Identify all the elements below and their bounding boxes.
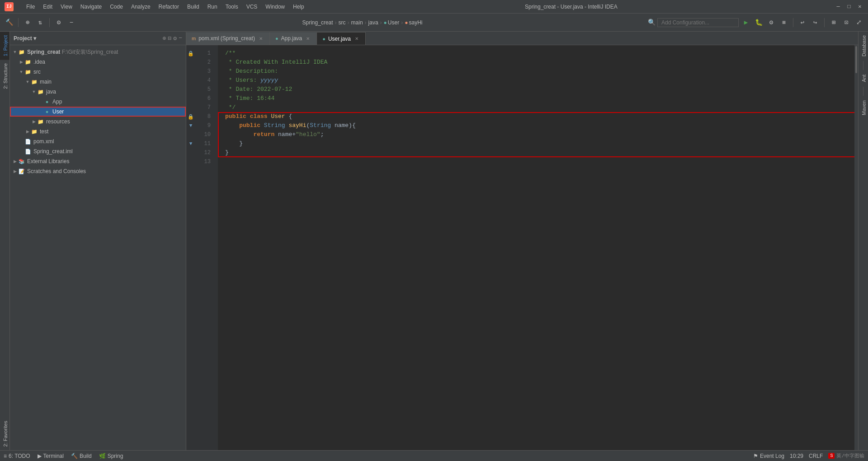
tree-idea[interactable]: ▶ 📁 .idea [10,57,186,67]
close-button[interactable]: ✕ [856,3,863,10]
tab-user-java[interactable]: ● User.java ✕ [317,32,366,45]
tree-pom[interactable]: ▶ 📄 pom.xml [10,136,186,146]
root-folder-icon: 📁 [18,48,25,56]
user-tab-close[interactable]: ✕ [354,36,360,42]
toolbar: 🔨 ⊕ ⇅ ⚙ − Spring_creat › src › main › ja… [0,14,868,32]
toolbar-new-icon[interactable]: ⊕ [22,17,33,28]
menu-code[interactable]: Code [106,3,127,11]
menu-analyze[interactable]: Analyze [127,3,154,11]
tab-maven[interactable]: Maven [859,97,868,119]
code-area-wrapper: 🔒 🔒 ▼ ▼ 1 2 3 4 5 6 [186,45,858,450]
toolbar-settings-icon[interactable]: ⚙ [53,17,64,28]
app-tab-close[interactable]: ✕ [305,35,311,42]
layout-button[interactable]: ⊞ [828,17,839,28]
fullscreen-button[interactable]: ⤢ [854,17,864,28]
menu-view[interactable]: View [57,3,76,11]
search-everywhere-icon[interactable]: 🔍 [648,19,656,26]
main-area: 1: Project 2: Structure 2: Favorites Pro… [0,32,868,450]
todo-icon: ≡ [4,453,7,459]
status-todo[interactable]: ≡ 6: TODO [4,453,30,459]
java-folder-icon: 📁 [37,88,44,95]
status-terminal[interactable]: ▶ Terminal [38,453,64,459]
panel-hide-icon[interactable]: − [179,35,182,42]
run-config-input[interactable] [657,18,739,27]
tab-favorites[interactable]: 2: Favorites [0,417,9,450]
gutter-11[interactable]: ▼ [186,139,195,148]
panel-collapse-icon[interactable]: ⊟ [168,35,172,42]
tree-test[interactable]: ▶ 📁 test [10,127,186,136]
tree-src[interactable]: ▼ 📁 src [10,67,186,77]
test-arrow: ▶ [24,128,31,135]
menu-file[interactable]: File [23,3,38,11]
tab-app-java[interactable]: ● App.java ✕ [270,32,317,45]
tab-project[interactable]: 1: Project [0,32,9,60]
minimize-button[interactable]: ─ [835,3,842,10]
panel-add-icon[interactable]: ⊕ [163,35,166,42]
redo-button[interactable]: ↪ [810,17,821,28]
breadcrumb-src[interactable]: src [339,19,346,26]
menu-tools[interactable]: Tools [222,3,242,11]
status-build[interactable]: 🔨 Build [71,453,92,459]
panel-gear-icon[interactable]: ⚙ [173,35,177,42]
undo-button[interactable]: ↩ [797,17,808,28]
tab-structure[interactable]: 2: Structure [0,60,9,93]
menu-build[interactable]: Build [184,3,203,11]
tree-iml[interactable]: ▶ 📄 Spring_creat.iml [10,146,186,156]
status-line-ending[interactable]: CRLF [809,453,823,459]
status-time: 10:29 [790,453,803,459]
menu-run[interactable]: Run [204,3,221,11]
pom-tab-close[interactable]: ✕ [258,35,264,42]
run-config-area: 🔍 ▶ 🐛 ⚙ ■ [648,17,789,28]
line-num-2: 2 [195,58,214,67]
menu-edit[interactable]: Edit [39,3,56,11]
gutter-2 [186,58,195,67]
tree-java[interactable]: ▼ 📁 java [10,87,186,97]
scroll-thumb[interactable] [855,46,857,73]
menu-refactor[interactable]: Refactor [155,3,183,11]
tree-root[interactable]: ▼ 📁 Spring_creat F:\Git安装\Spring_creat [10,47,186,57]
tab-ant[interactable]: Ant [859,71,868,86]
stop-button[interactable]: ■ [778,17,789,28]
tree-user[interactable]: ▶ ● User [10,107,186,117]
toolbar-minus-icon[interactable]: − [66,17,77,28]
status-spring[interactable]: 🌿 Spring [99,453,123,459]
breadcrumb-main[interactable]: main [351,19,363,26]
ext-libs-arrow: ▶ [12,158,18,165]
breadcrumb-user[interactable]: User [388,19,399,26]
menu-window[interactable]: Window [262,3,288,11]
user-class-icon: ● [384,19,387,26]
distraction-free-button[interactable]: ⊡ [841,17,852,28]
todo-label: 6: TODO [9,453,30,459]
tree-scratches[interactable]: ▶ 📝 Scratches and Consoles [10,166,186,176]
line-num-9: 9 [195,121,214,130]
run-button[interactable]: ▶ [741,17,751,28]
tab-database[interactable]: Database [859,32,868,60]
breadcrumb-java[interactable]: java [368,19,378,26]
toolbar-sync-icon[interactable]: ⇅ [35,17,46,28]
scroll-indicator[interactable] [854,45,858,450]
event-log-icon: ⚑ [753,453,758,459]
toolbar-hammer-icon[interactable]: 🔨 [4,17,14,28]
tree-resources[interactable]: ▶ 📁 resources [10,117,186,127]
code-content[interactable]: /** * Created With IntelliJ IDEA * Descr… [218,45,854,450]
tab-pom-xml[interactable]: m pom.xml (Spring_creat) ✕ [186,32,270,45]
run-with-coverage-button[interactable]: ⚙ [766,17,777,28]
breadcrumb-sayhi[interactable]: sayHi [409,19,422,26]
tree-external-libs[interactable]: ▶ 📚 External Libraries [10,156,186,166]
breadcrumb-spring-creat[interactable]: Spring_creat [302,19,333,26]
gutter-9[interactable]: ▼ [186,121,195,130]
tree-main[interactable]: ▼ 📁 main [10,77,186,87]
menu-vcs[interactable]: VCS [243,3,261,11]
gutter-13 [186,157,195,166]
main-arrow: ▼ [24,79,31,85]
gutter-8[interactable]: 🔒 [186,112,195,121]
debug-button[interactable]: 🐛 [753,17,764,28]
menu-help[interactable]: Help [289,3,308,11]
app-label: App [52,99,62,105]
maximize-button[interactable]: □ [845,3,853,10]
status-event-log[interactable]: ⚑ Event Log [753,453,784,459]
code-line-1: /** [225,49,854,58]
tree-app[interactable]: ▶ ● App [10,97,186,107]
status-ime: S 英/中字图输 [828,452,864,459]
menu-navigate[interactable]: Navigate [77,3,105,11]
